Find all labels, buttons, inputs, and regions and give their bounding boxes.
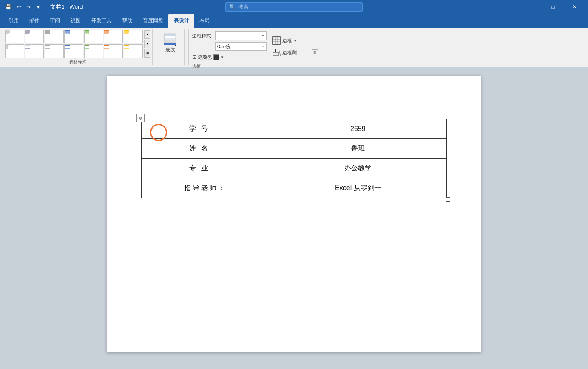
border-painter-icon [272, 48, 281, 57]
corner-mark-tl [120, 89, 127, 95]
style-item-2[interactable] [25, 30, 44, 43]
shading-button[interactable]: 底纹 [159, 31, 181, 55]
table-cell-label-3[interactable]: 指导老师： [142, 178, 270, 198]
svg-rect-2 [165, 36, 175, 38]
svg-rect-6 [273, 37, 280, 44]
border-style-control: 边框样式 ▼ [192, 31, 267, 40]
style-item-12[interactable] [84, 44, 103, 58]
qa-undo-btn[interactable]: ↩ [15, 3, 23, 11]
borders-group: 边框样式 ▼ 0.5 磅 ▼ [188, 29, 309, 65]
border-btn[interactable]: 边框 ▼ [270, 35, 300, 46]
table-cell-value-3[interactable]: Excel 从零到一 [270, 178, 446, 198]
border-style-dropdown[interactable]: ▼ [215, 31, 267, 40]
border-expand-btn[interactable]: ⊞ [312, 49, 318, 55]
pen-color-swatch [213, 54, 219, 60]
document-table: 学 号 ： 2659 姓 名 ： 鲁班 专 业 ： 办公教学 指导老师： Exc… [141, 119, 447, 198]
border-main-btn: 边框样式 ▼ 0.5 磅 ▼ [192, 31, 300, 62]
style-item-11[interactable] [64, 44, 83, 58]
title-bar-left: 💾 ↩ ↪ ▼ 文档1 - Word [3, 3, 83, 11]
border-width-value: 0.5 磅 [217, 43, 261, 50]
tab-table-design[interactable]: 表设计 [168, 14, 194, 28]
quick-access-toolbar: 💾 ↩ ↪ ▼ [3, 3, 43, 11]
title-bar-right: — □ ✕ [522, 0, 585, 14]
border-btn-label: 边框 [282, 37, 292, 44]
qa-save-btn[interactable]: 💾 [3, 3, 13, 11]
table-styles-label: 表格样式 [5, 58, 150, 65]
table-cell-value-0[interactable]: 2659 [270, 119, 446, 139]
pen-color-label: 笔颜色 [198, 54, 212, 61]
style-item-3[interactable] [45, 30, 64, 43]
search-bar[interactable]: 🔍 搜索 [225, 2, 363, 12]
style-item-13[interactable] [104, 44, 123, 58]
style-item-6[interactable] [104, 30, 123, 43]
shading-svg [164, 33, 176, 46]
border-style-row: 边框样式 ▼ 0.5 磅 ▼ [192, 31, 305, 62]
title-bar: 💾 ↩ ↪ ▼ 文档1 - Word 🔍 搜索 — □ ✕ [0, 0, 588, 14]
style-item-10[interactable] [45, 44, 64, 58]
qa-menu-btn[interactable]: ▼ [34, 3, 43, 11]
table-cell-label-0[interactable]: 学 号 ： [142, 119, 270, 139]
search-placeholder: 搜索 [238, 3, 248, 11]
svg-rect-11 [273, 52, 278, 56]
svg-line-14 [279, 50, 281, 56]
table-styles-inner: ▲ ▼ ⊞ [5, 29, 150, 58]
tab-help[interactable]: 帮助 [117, 14, 138, 28]
border-width-dropdown[interactable]: 0.5 磅 ▼ [215, 42, 267, 51]
pen-color-btn[interactable]: ☑ 笔颜色 ▼ [192, 54, 224, 61]
border-btn-arrow: ▼ [294, 39, 297, 43]
tab-mail[interactable]: 邮件 [24, 14, 45, 28]
style-item-1[interactable] [5, 30, 24, 43]
table-row: 专 业 ： 办公教学 [142, 159, 447, 178]
shading-group: 底纹 [156, 29, 185, 65]
doc-title: 文档1 - Word [50, 3, 83, 11]
borders-group-label: 边框 [192, 63, 305, 69]
maximize-button[interactable]: □ [543, 0, 563, 14]
svg-rect-4 [164, 43, 176, 45]
style-item-5[interactable] [84, 30, 103, 43]
svg-rect-1 [165, 34, 175, 36]
table-cell-value-2[interactable]: 办公教学 [270, 159, 446, 178]
style-item-8[interactable] [5, 44, 24, 58]
tab-view[interactable]: 视图 [65, 14, 86, 28]
tab-dev[interactable]: 开发工具 [86, 14, 117, 28]
qa-redo-btn[interactable]: ↪ [24, 3, 32, 11]
border-style-arrow: ▼ [261, 34, 265, 38]
tab-review[interactable]: 审阅 [45, 14, 65, 28]
border-painter-label: 边框刷 [282, 49, 297, 56]
style-item-14[interactable] [124, 44, 143, 58]
close-button[interactable]: ✕ [565, 0, 585, 14]
styles-expand[interactable]: ⊞ [144, 49, 150, 58]
pen-color-checkbox: ☑ [192, 55, 196, 60]
table-cell-label-2[interactable]: 专 业 ： [142, 159, 270, 178]
border-painter-btn[interactable]: 边框刷 [270, 47, 300, 58]
tab-cite[interactable]: 引用 [3, 14, 24, 28]
document-page: ⊕ 学 号 ： 2659 姓 名 ： 鲁班 专 业 ： 办公教学 指导老师： [107, 76, 481, 352]
border-line-preview [217, 36, 260, 36]
style-item-7[interactable] [124, 30, 143, 43]
pen-color-arrow: ▼ [220, 55, 224, 59]
border-action-btns: 边框 ▼ 边框刷 [270, 35, 300, 58]
border-btn-icon [272, 36, 281, 45]
minimize-button[interactable]: — [522, 0, 542, 14]
table-cell-value-1[interactable]: 鲁班 [270, 139, 446, 159]
style-item-4[interactable] [64, 30, 83, 43]
corner-mark-tr [461, 89, 468, 95]
tab-baidu[interactable]: 百度网盘 [138, 14, 168, 28]
styles-scroll-up[interactable]: ▲ [144, 30, 150, 39]
tab-layout[interactable]: 布局 [194, 14, 215, 28]
table-resize-handle[interactable] [446, 197, 450, 202]
ribbon-content: ▲ ▼ ⊞ 表格样式 底纹 [0, 28, 588, 67]
border-width-arrow: ▼ [261, 45, 265, 49]
document-area: ⊕ 学 号 ： 2659 姓 名 ： 鲁班 专 业 ： 办公教学 指导老师： [0, 67, 588, 360]
table-row: 指导老师： Excel 从零到一 [142, 178, 447, 198]
style-item-9[interactable] [25, 44, 44, 58]
styles-scroll-down[interactable]: ▼ [144, 40, 150, 48]
table-row: 学 号 ： 2659 [142, 119, 447, 139]
table-cell-label-1[interactable]: 姓 名 ： [142, 139, 270, 159]
table-styles-group: ▲ ▼ ⊞ 表格样式 [3, 29, 153, 65]
border-style-label: 边框样式 [192, 33, 214, 39]
border-width-control: 0.5 磅 ▼ [192, 42, 267, 51]
table-container: ⊕ 学 号 ： 2659 姓 名 ： 鲁班 专 业 ： 办公教学 指导老师： [141, 119, 447, 198]
table-move-handle[interactable]: ⊕ [136, 114, 145, 122]
shading-icon [163, 33, 177, 46]
